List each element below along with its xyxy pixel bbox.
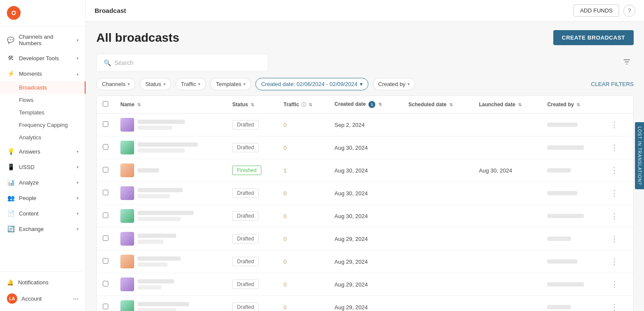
created-by-value-8: [547, 282, 584, 286]
traffic-filter[interactable]: Traffic ▾: [175, 78, 206, 90]
date-filter[interactable]: Created date: 02/06/2024 - 02/09/2024 ▾: [255, 78, 368, 90]
clear-filters-link[interactable]: CLEAR FILTERS: [591, 81, 634, 87]
sidebar-item-answers[interactable]: 💡 Answers ▾: [0, 144, 86, 159]
developer-icon: 🛠: [7, 54, 15, 62]
status-filter[interactable]: Status ▾: [140, 78, 171, 90]
sort-created-by-icon[interactable]: ⇅: [577, 102, 580, 107]
row-created-by-8: [541, 273, 602, 296]
row-name-7: [114, 250, 226, 273]
sidebar-label-content: Content: [19, 210, 39, 217]
sort-name-icon[interactable]: ⇅: [137, 102, 141, 107]
name-text-8: [138, 279, 174, 283]
sidebar-item-ussd[interactable]: 📱 USSD ▾: [0, 159, 86, 175]
row-more-button-9[interactable]: ⋮: [608, 302, 621, 311]
row-scheduled-date-1: [402, 114, 473, 136]
sidebar-item-analyze[interactable]: 📊 Analyze ▾: [0, 175, 86, 190]
templates-filter[interactable]: Templates ▾: [210, 78, 251, 90]
logo[interactable]: O: [0, 0, 86, 26]
row-more-button-5[interactable]: ⋮: [608, 210, 621, 222]
sidebar-item-exchange[interactable]: 🔄 Exchange ▾: [0, 221, 86, 237]
row-more-button-8[interactable]: ⋮: [608, 279, 621, 290]
row-checkbox-9[interactable]: [103, 304, 108, 309]
created-by-filter[interactable]: Created by ▾: [373, 78, 416, 90]
sidebar-item-templates[interactable]: Templates: [0, 106, 86, 119]
exchange-icon: 🔄: [7, 225, 15, 233]
sidebar-item-account[interactable]: LA Account ⋯: [0, 289, 86, 308]
row-name-9: [114, 296, 226, 311]
traffic-info-icon[interactable]: ⓘ: [301, 102, 306, 107]
search-input[interactable]: [114, 59, 261, 66]
row-checkbox-6[interactable]: [103, 235, 108, 241]
row-more-button-1[interactable]: ⋮: [608, 119, 621, 130]
sort-scheduled-date-icon[interactable]: ⇅: [449, 102, 453, 107]
row-checkbox-8[interactable]: [103, 281, 108, 286]
sort-launched-date-icon[interactable]: ⇅: [518, 102, 521, 107]
row-checkbox-1[interactable]: [103, 121, 108, 127]
row-checkbox-2[interactable]: [103, 144, 108, 150]
filter-icon-button[interactable]: [620, 55, 634, 71]
sidebar-item-content[interactable]: 📄 Content ▾: [0, 206, 86, 221]
row-status-3: Finished: [226, 159, 277, 182]
row-traffic-9: 0: [278, 296, 329, 311]
content-icon: 📄: [7, 209, 15, 217]
created-by-value-2: [547, 145, 584, 150]
row-checkbox-3[interactable]: [103, 167, 108, 172]
name-subtext-7: [138, 262, 168, 267]
sort-created-date-icon[interactable]: ⇅: [378, 102, 382, 107]
row-scheduled-date-2: [402, 136, 473, 159]
status-badge-7: Drafted: [232, 257, 258, 266]
sidebar-item-frequency[interactable]: Frequency Capping: [0, 119, 86, 131]
select-all-checkbox[interactable]: [103, 101, 108, 107]
table-row: Drafted 0 Aug 29, 2024 ⋮: [97, 296, 633, 311]
help-icon[interactable]: ?: [623, 5, 635, 17]
sidebar-item-people[interactable]: 👥 People ▾: [0, 190, 86, 206]
sort-status-icon[interactable]: ⇅: [251, 102, 254, 107]
created-date-value-1: Sep 2, 2024: [334, 122, 365, 128]
name-text-2: [138, 142, 198, 147]
row-status-8: Drafted: [226, 273, 277, 296]
row-more-button-3[interactable]: ⋮: [608, 165, 621, 176]
sort-traffic-icon[interactable]: ⇅: [309, 102, 312, 107]
created-by-value-7: [547, 259, 577, 264]
row-checkbox-5[interactable]: [103, 212, 108, 218]
main-content: Broadcast ADD FUNDS ? All broadcasts CRE…: [86, 0, 644, 311]
row-checkbox-4[interactable]: [103, 190, 108, 195]
row-created-by-1: [541, 114, 602, 136]
row-scheduled-date-4: [402, 182, 473, 205]
row-checkbox-cell-5: [97, 205, 114, 228]
traffic-value-4: 0: [284, 190, 287, 197]
row-more-button-2[interactable]: ⋮: [608, 142, 621, 153]
traffic-value-7: 0: [284, 259, 287, 265]
sidebar-item-channels[interactable]: 💬 Channels and Numbers ▾: [0, 30, 86, 50]
created-date-value-7: Aug 29, 2024: [334, 259, 368, 265]
row-traffic-1: 0: [278, 114, 329, 136]
answers-icon: 💡: [7, 148, 15, 155]
row-actions-7: ⋮: [602, 250, 633, 273]
sidebar-item-notifications[interactable]: 🔔 Notifications: [0, 275, 86, 289]
name-subtext-9: [138, 308, 176, 311]
row-more-button-4[interactable]: ⋮: [608, 188, 621, 199]
sidebar-item-broadcasts[interactable]: Broadcasts: [0, 81, 86, 94]
status-badge-3: Finished: [232, 166, 261, 175]
name-thumb-1: [120, 118, 134, 132]
channels-filter[interactable]: Channels ▾: [96, 78, 135, 90]
launched-date-value-3: Aug 30, 2024: [479, 167, 512, 174]
traffic-value-3: 1: [284, 167, 287, 174]
sidebar-item-analytics[interactable]: Analytics: [0, 131, 86, 144]
row-more-button-6[interactable]: ⋮: [608, 233, 621, 244]
traffic-value-6: 0: [284, 236, 287, 242]
create-broadcast-button[interactable]: CREATE BROADCAST: [553, 30, 634, 45]
chevron-answers: ▾: [77, 149, 79, 154]
sidebar-item-moments[interactable]: ⚡ Moments ▴: [0, 66, 86, 81]
row-launched-date-1: [473, 114, 541, 136]
row-more-button-7[interactable]: ⋮: [608, 256, 621, 267]
sidebar-item-flows[interactable]: Flows: [0, 94, 86, 106]
sidebar-label-answers: Answers: [19, 148, 40, 155]
row-checkbox-cell-4: [97, 182, 114, 205]
add-funds-button[interactable]: ADD FUNDS: [573, 4, 619, 17]
name-text-7: [138, 256, 181, 261]
lost-in-translation-bar[interactable]: LOST IN TRANSLATION?: [635, 122, 644, 189]
page-title: All broadcasts: [96, 31, 179, 45]
sidebar-item-developer[interactable]: 🛠 Developer Tools ▾: [0, 50, 86, 66]
row-checkbox-7[interactable]: [103, 258, 108, 264]
